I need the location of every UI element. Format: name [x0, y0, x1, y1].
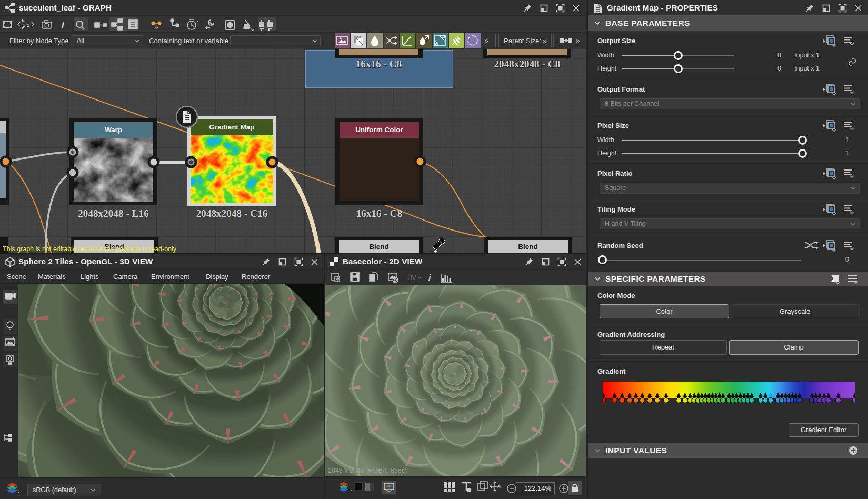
- svg-text:1:1: 1:1: [23, 23, 29, 28]
- svg-text:i: i: [428, 273, 431, 282]
- svg-text:1:1: 1:1: [493, 485, 499, 490]
- svg-text:UV: UV: [407, 274, 416, 282]
- svg-text:i: i: [62, 20, 65, 30]
